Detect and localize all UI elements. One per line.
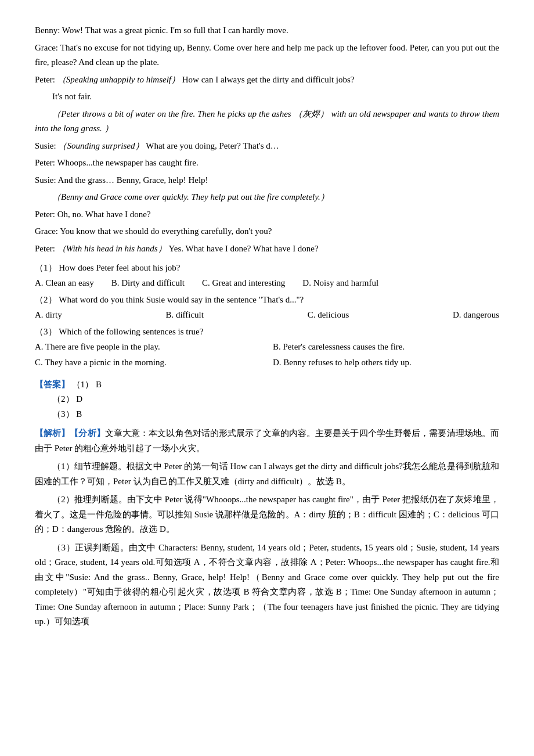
analysis-header: 【解析】【分析】文章大意：本文以角色对话的形式展示了文章的内容。主要是关于四个学… <box>35 426 499 456</box>
analysis-para-1: （1）细节理解题。根据文中 Peter 的第一句话 How can I alwa… <box>35 459 499 489</box>
question-1: （1） How does Peter feel about his job? A… <box>35 261 499 290</box>
analysis-section: 【解析】【分析】文章大意：本文以角色对话的形式展示了文章的内容。主要是关于四个学… <box>35 426 499 629</box>
question-3-body: Which of the following sentences is true… <box>59 327 203 336</box>
line-6: Peter: Whoops...the newspaper has caught… <box>35 156 499 171</box>
q2-option-b[interactable]: B. difficult <box>165 308 204 323</box>
peter-direction-2: （With his head in his hands） <box>57 244 167 253</box>
q3-option-b[interactable]: B. Peter's carelessness causes the fire. <box>273 340 499 355</box>
line-4: （Peter throws a bit of water on the fire… <box>35 107 499 136</box>
line-7: Susie: And the grass… Benny, Grace, help… <box>35 173 499 188</box>
q1-option-c[interactable]: C. Great and interesting <box>202 276 285 291</box>
line-1: Benny: Wow! That was a great picnic. I'm… <box>35 23 499 38</box>
peter-direction-1: （Speaking unhappily to himself） <box>57 75 180 84</box>
analysis-intro: 文章大意：本文以角色对话的形式展示了文章的内容。主要是关于四个学生野餐后，需要清… <box>35 429 499 453</box>
line-2: Grace: That's no excuse for not tidying … <box>35 41 499 70</box>
q2-option-d[interactable]: D. dangerous <box>453 308 499 323</box>
question-2-num: （2） <box>35 295 57 304</box>
answer-label: 【答案】 <box>35 380 70 389</box>
line-3b: It's not fair. <box>35 89 499 105</box>
peter-rest-1: How can I always get the dirty and diffi… <box>180 75 354 84</box>
answer-2-num: （2） <box>52 394 74 404</box>
analysis-label: 【解析】【分析】 <box>35 429 105 438</box>
question-3: （3） Which of the following sentences is … <box>35 325 499 370</box>
susie-rest-1: What are you doing, Peter? That's d… <box>144 141 279 150</box>
q2-option-c[interactable]: C. delicious <box>308 308 349 323</box>
line-5: Susie: （Sounding surprised） What are you… <box>35 139 499 154</box>
answer-1-num: （1） <box>72 380 94 389</box>
susie-direction-1: （Sounding surprised） <box>58 141 143 150</box>
passage-section: Benny: Wow! That was a great picnic. I'm… <box>35 23 499 256</box>
answer-2-val: D <box>76 394 82 404</box>
question-3-options: A. There are five people in the play. B.… <box>35 340 499 370</box>
analysis-para-2: （2）推理判断题。由下文中 Peter 说得"Whooops...the new… <box>35 492 499 537</box>
q1-option-b[interactable]: B. Dirty and difficult <box>111 276 185 291</box>
q3-option-c[interactable]: C. They have a picnic in the morning. <box>35 355 261 370</box>
answers-section: 【答案】 （1） B （2） D （3） B <box>35 377 499 422</box>
question-2: （2） What word do you think Susie would s… <box>35 293 499 322</box>
question-2-text: （2） What word do you think Susie would s… <box>35 293 499 308</box>
answer-1-val: B <box>96 380 102 389</box>
answer-3-val: B <box>76 409 82 419</box>
line-10: Grace: You know that we should do everyt… <box>35 224 499 239</box>
question-1-num: （1） <box>35 263 57 272</box>
line-11: Peter: （With his head in his hands） Yes.… <box>35 242 499 257</box>
question-2-options: A. dirty B. difficult C. delicious D. da… <box>35 308 499 323</box>
peter-speaker-1: Peter: <box>35 75 57 84</box>
q1-option-a[interactable]: A. Clean an easy <box>35 276 94 291</box>
question-3-text: （3） Which of the following sentences is … <box>35 325 499 340</box>
question-2-body: What word do you think Susie would say i… <box>59 295 304 304</box>
analysis-para-3: （3）正误判断题。由文中 Characters: Benny, student,… <box>35 541 499 629</box>
susie-speaker-1: Susie: <box>35 141 58 150</box>
line-8: （Benny and Grace come over quickly. They… <box>35 190 499 205</box>
peter-speaker-2: Peter: <box>35 244 57 253</box>
question-3-num: （3） <box>35 327 57 336</box>
q1-option-d[interactable]: D. Noisy and harmful <box>302 276 378 291</box>
line-9: Peter: Oh, no. What have I done? <box>35 207 499 222</box>
question-1-text: （1） How does Peter feel about his job? <box>35 261 499 276</box>
line-3: Peter: （Speaking unhappily to himself） H… <box>35 73 499 88</box>
question-1-body: How does Peter feel about his job? <box>59 263 180 272</box>
q2-option-a[interactable]: A. dirty <box>35 308 62 323</box>
question-1-options: A. Clean an easy B. Dirty and difficult … <box>35 276 499 291</box>
answer-line-2: （2） D <box>35 392 499 407</box>
questions-section: （1） How does Peter feel about his job? A… <box>35 261 499 370</box>
peter-rest-2: Yes. What have I done? What have I done? <box>167 244 319 253</box>
line-2-text: Grace: That's no excuse for not tidying … <box>35 43 499 67</box>
q3-option-a[interactable]: A. There are five people in the play. <box>35 340 261 355</box>
answer-3-num: （3） <box>52 409 74 419</box>
answer-line-3: （3） B <box>35 407 499 422</box>
q3-option-d[interactable]: D. Benny refuses to help others tidy up. <box>273 355 499 370</box>
answer-line-1: 【答案】 （1） B <box>35 377 499 393</box>
